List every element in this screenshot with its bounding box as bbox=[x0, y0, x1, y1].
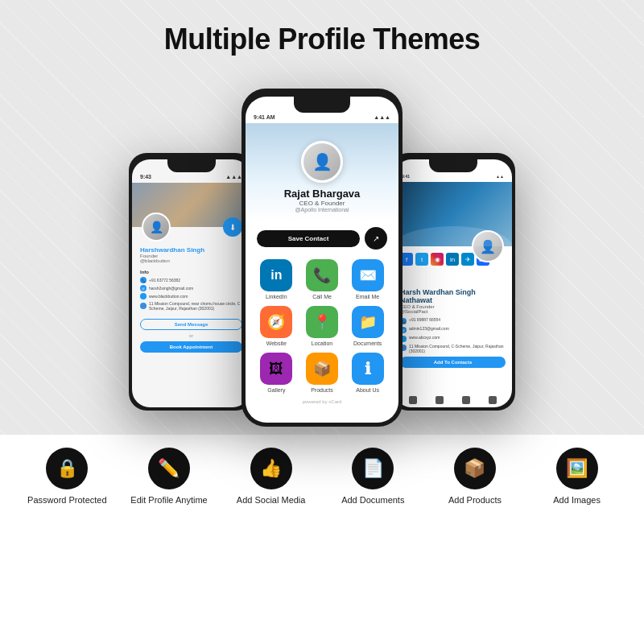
bottom-icon-2 bbox=[436, 396, 444, 404]
app-documents[interactable]: 📁 Documents bbox=[348, 306, 387, 346]
feature-label-4: Add Documents bbox=[341, 494, 404, 506]
location-icon: 📍 bbox=[140, 303, 147, 309]
right-time: 9:41 bbox=[402, 174, 410, 179]
edit-icon: ✏️ bbox=[148, 448, 190, 489]
social-icon: 👍 bbox=[250, 448, 292, 489]
app-linkedin[interactable]: in LinkedIn bbox=[257, 259, 296, 299]
feature-label-1: Password Protected bbox=[27, 494, 106, 506]
save-contact-button[interactable]: Save Contact bbox=[257, 230, 360, 247]
left-time: 9:43 bbox=[140, 174, 151, 180]
right-phone: +91 99887 66554 bbox=[409, 317, 440, 322]
center-avatar: 👤 bbox=[301, 141, 343, 183]
feature-password-protected: 🔒 Password Protected bbox=[27, 448, 107, 506]
app-call[interactable]: 📞 Call Me bbox=[303, 259, 342, 299]
phone-left: 9:43 ▲▲▲ 👤 ⬇ Harshwardhan Singh Founder … bbox=[129, 153, 254, 411]
social-instagram[interactable]: ◉ bbox=[431, 253, 444, 266]
email-icon: @ bbox=[140, 285, 147, 291]
phones-section: 9:43 ▲▲▲ 👤 ⬇ Harshwardhan Singh Founder … bbox=[0, 72, 644, 427]
left-user-name: Harshwardhan Singh bbox=[140, 246, 242, 254]
page-title: Multiple Profile Themes bbox=[164, 23, 481, 56]
left-info-label: Info bbox=[140, 270, 242, 275]
phone-icon: 📞 bbox=[140, 277, 147, 283]
left-website: www.blackbutton.com bbox=[149, 294, 188, 299]
right-user-name: Harsh Wardhan Singh Nathawat bbox=[400, 288, 506, 304]
bottom-icon-1 bbox=[409, 396, 417, 404]
images-icon: 🖼️ bbox=[556, 448, 598, 489]
app-about[interactable]: ℹ About Us bbox=[348, 353, 387, 393]
book-appointment-button[interactable]: Book Appointment bbox=[140, 341, 242, 353]
feature-label-6: Add Images bbox=[553, 494, 601, 506]
app-gallery[interactable]: 🖼 Gallery bbox=[257, 353, 296, 393]
feature-add-products: 📦 Add Products bbox=[435, 448, 515, 506]
send-message-button[interactable]: Send Message bbox=[140, 319, 242, 330]
app-website[interactable]: 🧭 Website bbox=[257, 306, 296, 346]
share-button[interactable]: ↗ bbox=[365, 227, 387, 250]
center-time: 9:41 AM bbox=[254, 114, 275, 120]
bottom-icon-4 bbox=[489, 396, 497, 404]
features-section: 🔒 Password Protected ✏️ Edit Profile Any… bbox=[0, 435, 644, 644]
feature-add-documents: 📄 Add Documents bbox=[332, 448, 413, 506]
feature-label-5: Add Products bbox=[448, 494, 502, 506]
phone-right: 9:41 ▲▲ 👤 f t ◉ in ✈ Bē Harsh War bbox=[390, 153, 515, 411]
apps-grid: in LinkedIn 📞 Call Me ✉️ Email Me 🧭 Webs… bbox=[246, 256, 398, 396]
app-email[interactable]: ✉️ Email Me bbox=[348, 259, 387, 299]
center-user-name: Rajat Bhargava bbox=[254, 188, 390, 200]
right-email: admin123@gmail.com bbox=[409, 326, 449, 331]
phone-center: 9:41 AM ▲▲▲ 👤 Rajat Bhargava CEO & Found… bbox=[242, 89, 402, 427]
products-icon: 📦 bbox=[454, 448, 496, 489]
center-user-handle: @Apollo International bbox=[254, 207, 390, 213]
lock-icon: 🔒 bbox=[46, 448, 88, 489]
center-signal: ▲▲▲ bbox=[374, 114, 390, 120]
feature-add-images: 🖼️ Add Images bbox=[537, 448, 617, 506]
right-user-handle: @SocialPact bbox=[400, 309, 506, 314]
web-icon: 🌐 bbox=[140, 293, 147, 299]
left-address: 11 Mission Compound, near chomu house ci… bbox=[149, 301, 242, 311]
feature-label-2: Edit Profile Anytime bbox=[130, 494, 207, 506]
left-download-btn[interactable]: ⬇ bbox=[223, 217, 242, 237]
app-products[interactable]: 📦 Products bbox=[303, 353, 342, 393]
social-linkedin[interactable]: in bbox=[446, 253, 459, 266]
left-signal: ▲▲▲ bbox=[225, 174, 242, 180]
left-email: harsh2singh@gmail.com bbox=[149, 286, 193, 291]
social-telegram[interactable]: ✈ bbox=[461, 253, 474, 266]
feature-edit-profile: ✏️ Edit Profile Anytime bbox=[129, 448, 209, 506]
bottom-icon-3 bbox=[462, 396, 470, 404]
left-phone: +91 63772 56382 bbox=[149, 278, 180, 283]
left-user-handle: @blackbutton bbox=[140, 258, 242, 263]
app-location[interactable]: 📍 Location bbox=[303, 306, 342, 346]
feature-add-social: 👍 Add Social Media bbox=[231, 448, 312, 506]
left-avatar: 👤 bbox=[142, 213, 171, 242]
document-icon: 📄 bbox=[352, 448, 394, 489]
right-address: 11 Mission Compound, C-Scheme, Jaipur, R… bbox=[409, 344, 506, 353]
right-website: www.abcxyz.com bbox=[409, 335, 440, 340]
feature-label-3: Add Social Media bbox=[237, 494, 306, 506]
center-user-title: CEO & Founder bbox=[254, 200, 390, 207]
add-to-contacts-button[interactable]: Add To Contacts bbox=[400, 357, 506, 368]
social-twitter[interactable]: t bbox=[415, 253, 428, 266]
right-signal: ▲▲ bbox=[496, 174, 504, 179]
